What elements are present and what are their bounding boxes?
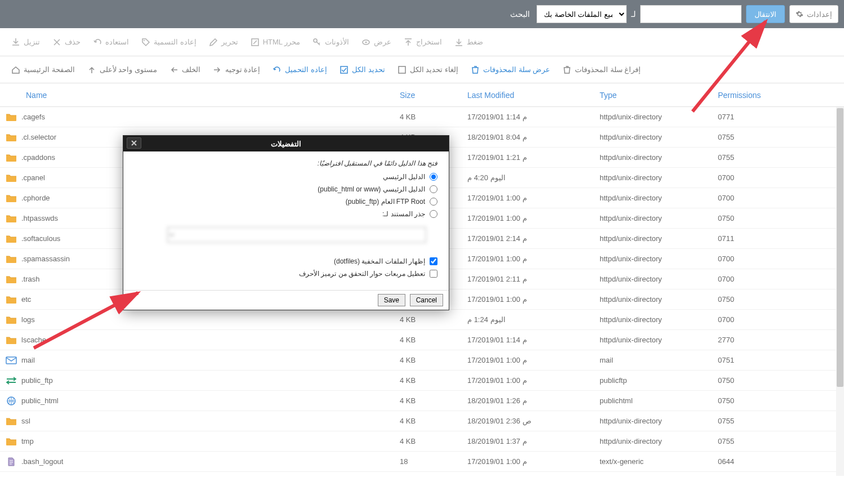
file-type: httpd/unix-directory bbox=[600, 437, 718, 445]
nav-trash-empty-button[interactable]: إفراغ سلة المحذوفات bbox=[557, 62, 646, 78]
radio-ftproot[interactable]: FTP Root العام (public_ftp) bbox=[135, 198, 437, 206]
col-header-type[interactable]: Type bbox=[600, 91, 718, 100]
file-row[interactable]: ssl4 KB18/2019/01 2:36 صhttpd/unix-direc… bbox=[0, 411, 844, 431]
file-permissions: 0700 bbox=[718, 194, 785, 202]
file-permissions: 0755 bbox=[718, 417, 785, 425]
radio-home[interactable]: الدليل الرئيسي bbox=[135, 173, 437, 181]
file-row[interactable]: tmp4 KB18/2019/01 1:37 مhttpd/unix-direc… bbox=[0, 431, 844, 452]
nav-reload-button[interactable]: إعاده التحميل bbox=[267, 62, 333, 78]
file-name: logs bbox=[21, 315, 400, 324]
toolbar-edit-button[interactable]: HTML محرر bbox=[245, 34, 306, 50]
file-modified: 17/2019/01 2:11 م bbox=[467, 275, 600, 283]
col-header-permissions[interactable]: Permissions bbox=[718, 91, 785, 100]
file-type-icon bbox=[6, 113, 21, 122]
file-type-icon bbox=[6, 255, 21, 264]
toolbar-tag-button[interactable]: إعاده التسمية bbox=[136, 34, 202, 50]
file-row[interactable]: mail4 KB17/2019/01 1:00 مmail0751 bbox=[0, 350, 844, 371]
nav-up-button[interactable]: مستوى واحد لأعلى bbox=[82, 62, 163, 78]
col-header-name[interactable]: Name bbox=[6, 91, 400, 100]
file-modified: 17/2019/01 1:14 م bbox=[467, 336, 600, 344]
file-type: publicftp bbox=[600, 376, 718, 385]
file-type: httpd/unix-directory bbox=[600, 315, 718, 324]
navigation-toolbar: الصفحة الرئيسيةمستوى واحد لأعلىالخلفإعاد… bbox=[0, 56, 844, 83]
file-size: 4 KB bbox=[400, 417, 467, 425]
checkbox-dotfiles-input[interactable] bbox=[430, 257, 437, 265]
file-row[interactable]: .bash_logout1817/2019/01 1:00 مtext/x-ge… bbox=[0, 452, 844, 472]
file-permissions: 0700 bbox=[718, 255, 785, 263]
file-type: publichtml bbox=[600, 396, 718, 405]
settings-button[interactable]: إعدادات bbox=[789, 5, 838, 23]
trash-empty-icon bbox=[562, 65, 571, 74]
file-modified: 18/2019/01 1:37 م bbox=[467, 437, 600, 445]
col-header-size[interactable]: Size bbox=[400, 91, 467, 100]
radio-docroot[interactable]: جذر المستند لـ: bbox=[135, 210, 437, 218]
file-type-icon bbox=[6, 356, 21, 365]
x-icon bbox=[52, 38, 61, 47]
file-type-icon bbox=[6, 194, 21, 203]
toolbar-label: تحرير bbox=[221, 38, 238, 46]
nav-home-button[interactable]: الصفحة الرئيسية bbox=[6, 62, 81, 78]
file-type-icon bbox=[6, 396, 21, 405]
file-type-icon bbox=[6, 153, 21, 162]
file-size: 4 KB bbox=[400, 315, 467, 324]
file-type: httpd/unix-directory bbox=[600, 417, 718, 425]
toolbar-key-button[interactable]: الأذونات bbox=[307, 34, 355, 50]
back-icon bbox=[169, 65, 178, 74]
file-modified: اليوم 1:24 م bbox=[467, 315, 600, 324]
nav-check-all-button[interactable]: تحديد الكل bbox=[334, 62, 391, 78]
checkbox-encoding[interactable]: تعطيل مربعات حوار التحقق من ترميز الأحرف bbox=[135, 270, 437, 278]
col-header-modified[interactable]: Last Modified bbox=[467, 91, 600, 100]
docroot-select[interactable] bbox=[167, 227, 426, 243]
toolbar-pencil-button[interactable]: تحرير bbox=[203, 34, 244, 50]
radio-webroot-input[interactable] bbox=[430, 185, 437, 193]
file-row[interactable]: public_html4 KB18/2019/01 1:26 مpublicht… bbox=[0, 391, 844, 411]
file-permissions: 0700 bbox=[718, 315, 785, 324]
toolbar-x-button[interactable]: حذف bbox=[47, 34, 86, 50]
file-type-icon bbox=[6, 336, 21, 345]
file-type: httpd/unix-directory bbox=[600, 173, 718, 182]
top-search-bar: البحث جميع الملفات الخاصة بك لـ الانتقال… bbox=[0, 0, 844, 28]
nav-forward-button[interactable]: إعادة توجيه bbox=[207, 62, 266, 78]
go-button[interactable]: الانتقال bbox=[746, 5, 785, 23]
toolbar-label: HTML محرر bbox=[263, 38, 301, 46]
file-modified: 17/2019/01 1:00 م bbox=[467, 214, 600, 222]
toolbar-undo-button[interactable]: استعاده bbox=[87, 34, 135, 50]
file-size: 4 KB bbox=[400, 396, 467, 405]
search-input[interactable] bbox=[640, 5, 742, 23]
radio-home-input[interactable] bbox=[430, 173, 437, 181]
search-label: البحث bbox=[510, 10, 530, 19]
file-permissions: 0711 bbox=[718, 234, 785, 243]
radio-docroot-input[interactable] bbox=[430, 210, 437, 218]
file-row[interactable]: public_ftp4 KB17/2019/01 1:00 مpublicftp… bbox=[0, 371, 844, 391]
radio-ftproot-input[interactable] bbox=[430, 198, 437, 206]
file-row[interactable]: logs4 KBاليوم 1:24 مhttpd/unix-directory… bbox=[0, 310, 844, 330]
cancel-button[interactable]: Cancel bbox=[410, 294, 443, 306]
checkbox-dotfiles[interactable]: إظهار الملفات المخفية (dotfiles) bbox=[135, 257, 437, 265]
file-row[interactable]: .cagefs4 KB17/2019/01 1:14 مhttpd/unix-d… bbox=[0, 107, 844, 127]
toolbar-download-button[interactable]: تنزيل bbox=[6, 34, 46, 50]
nav-back-button[interactable]: الخلف bbox=[164, 62, 206, 78]
checkbox-encoding-input[interactable] bbox=[430, 270, 437, 278]
file-permissions: 2770 bbox=[718, 336, 785, 344]
nav-label: إعادة توجيه bbox=[225, 65, 261, 74]
file-modified: 17/2019/01 1:00 م bbox=[467, 295, 600, 304]
file-size: 4 KB bbox=[400, 376, 467, 385]
file-row[interactable]: lscache4 KB17/2019/01 1:14 مhttpd/unix-d… bbox=[0, 330, 844, 350]
nav-uncheck-all-button[interactable]: إلغاء تحديد الكل bbox=[392, 62, 464, 78]
toolbar-label: الأذونات bbox=[325, 38, 349, 46]
save-button[interactable]: Save bbox=[378, 294, 405, 306]
undo-icon bbox=[93, 38, 102, 47]
close-button[interactable] bbox=[127, 137, 141, 149]
radio-webroot[interactable]: الدليل الرئيسي (public_html or www) bbox=[135, 185, 437, 193]
toolbar-compress-button[interactable]: ضغط bbox=[449, 34, 489, 50]
toolbar-eye-button[interactable]: عرض bbox=[356, 34, 397, 50]
file-type-icon bbox=[6, 234, 21, 243]
file-name: lscache bbox=[21, 336, 400, 344]
file-modified: 17/2019/01 1:00 م bbox=[467, 457, 600, 466]
toolbar-extract-button[interactable]: استخراج bbox=[398, 34, 448, 50]
file-permissions: 0700 bbox=[718, 173, 785, 182]
file-permissions: 0755 bbox=[718, 153, 785, 162]
search-scope-select[interactable]: جميع الملفات الخاصة بك bbox=[537, 5, 627, 23]
nav-trash-view-button[interactable]: عرض سلة المحذوفات bbox=[465, 62, 556, 78]
scrollbar-thumb[interactable] bbox=[837, 108, 843, 387]
